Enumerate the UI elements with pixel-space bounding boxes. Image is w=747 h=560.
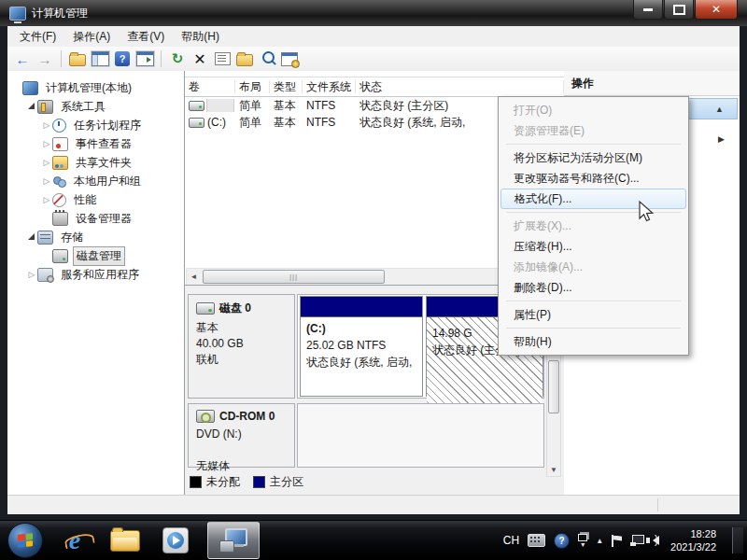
maximize-button[interactable] xyxy=(664,0,694,20)
action-center-flag-icon[interactable] xyxy=(612,535,622,547)
menu-item-更改驱动器号和路径(C)...[interactable]: 更改驱动器号和路径(C)... xyxy=(500,168,686,189)
tree-item-性能[interactable]: ▷性能 xyxy=(7,190,184,209)
console-settings-button[interactable] xyxy=(280,49,299,68)
menubar-item[interactable]: 查看(V) xyxy=(119,26,173,48)
device-icon xyxy=(52,212,68,226)
partition-line: 状态良好 (系统, 启动, xyxy=(306,354,422,371)
tree-item-设备管理器[interactable]: 设备管理器 xyxy=(7,209,184,228)
action-pane-toggle[interactable] xyxy=(135,49,154,68)
menu-item-压缩卷(H)...[interactable]: 压缩卷(H)... xyxy=(500,236,686,257)
menu-item-格式化(F)...[interactable]: 格式化(F)... xyxy=(500,189,686,209)
collapse-icon[interactable]: ▲ xyxy=(715,105,724,114)
volume-type: 基本 xyxy=(270,115,303,131)
back-button[interactable]: ← xyxy=(13,49,32,68)
collapse-arrow-icon[interactable]: ▷ xyxy=(41,176,52,186)
properties-button[interactable] xyxy=(213,49,232,68)
column-header-布局[interactable]: 布局 xyxy=(235,80,270,93)
find-button[interactable] xyxy=(258,49,276,68)
legend-label: 未分配 xyxy=(206,474,240,490)
tree-item-系统工具[interactable]: 系统工具 xyxy=(7,97,184,116)
collapse-arrow-icon[interactable]: ▷ xyxy=(41,158,52,167)
column-header-卷[interactable]: 卷 xyxy=(185,80,235,93)
expand-arrow-icon[interactable] xyxy=(28,103,35,109)
menu-separator xyxy=(506,301,681,301)
menubar-item[interactable]: 操作(A) xyxy=(64,26,119,48)
column-header-状态[interactable]: 状态 xyxy=(356,80,564,93)
scroll-left-icon[interactable]: ◄ xyxy=(187,270,201,284)
network-icon[interactable] xyxy=(630,535,644,546)
volume-type: 基本 xyxy=(270,98,303,114)
menu-item-属性(P)[interactable]: 属性(P) xyxy=(500,304,686,325)
collapse-arrow-icon[interactable]: ▷ xyxy=(41,195,52,204)
volume-fs: NTFS xyxy=(303,116,356,129)
column-header-类型[interactable]: 类型 xyxy=(270,80,303,93)
tree-item-事件查看器[interactable]: ▷事件查看器 xyxy=(7,134,184,153)
menubar-item[interactable]: 帮助(H) xyxy=(173,26,228,48)
windows-logo-icon xyxy=(18,533,33,548)
tree-item-任务计划程序[interactable]: ▷任务计划程序 xyxy=(7,116,184,134)
folder-up-button[interactable] xyxy=(68,49,87,68)
computer-icon xyxy=(22,81,38,95)
tree-item-label: 本地用户和组 xyxy=(71,173,144,190)
legend-swatch xyxy=(253,476,265,488)
keyboard-icon[interactable] xyxy=(528,534,545,547)
tree-item-共享文件夹[interactable]: ▷共享文件夹 xyxy=(7,153,184,172)
collapse-arrow-icon[interactable]: ▷ xyxy=(41,139,52,148)
console-tree-toggle[interactable] xyxy=(91,49,109,68)
partition-name: (C:) xyxy=(306,320,422,337)
legend-label: 主分区 xyxy=(270,474,303,490)
taskbar-computer-management-button[interactable] xyxy=(207,522,260,559)
find-icon xyxy=(262,51,275,63)
ime-help-icon[interactable]: ? xyxy=(554,533,570,549)
disk0-info-line: 40.00 GB xyxy=(196,336,294,352)
cdrom-media-strip[interactable] xyxy=(297,403,544,468)
menu-item-帮助(H)[interactable]: 帮助(H) xyxy=(500,331,686,352)
delete-button[interactable]: ✕ xyxy=(190,49,209,68)
ime-window-icon[interactable]: ▾ xyxy=(578,534,587,548)
collapse-arrow-icon[interactable]: ▷ xyxy=(26,270,37,279)
clock[interactable]: 18:28 2021/3/22 xyxy=(670,527,716,553)
menubar-item[interactable]: 文件(F) xyxy=(11,26,64,48)
tree-item-磁盘管理[interactable]: 磁盘管理 xyxy=(7,246,184,265)
console-settings-icon xyxy=(281,52,298,66)
close-button[interactable]: ✕ xyxy=(695,0,738,20)
tray-time: 18:28 xyxy=(670,527,716,540)
show-desktop-button[interactable] xyxy=(732,527,743,553)
tree-item-计算机管理(本地)[interactable]: 计算机管理(本地) xyxy=(7,78,184,97)
disk0-label[interactable]: 磁盘 0 基本40.00 GB联机 xyxy=(188,294,295,399)
partition-(C:)[interactable]: (C:)25.02 GB NTFS状态良好 (系统, 启动, xyxy=(300,296,423,397)
show-hidden-icons[interactable]: ▲ xyxy=(596,537,603,545)
column-header-文件系统[interactable]: 文件系统 xyxy=(303,80,356,93)
refresh-button[interactable]: ↻ xyxy=(168,49,187,68)
scheduler-icon xyxy=(52,119,66,133)
forward-button[interactable]: → xyxy=(35,49,54,68)
services-icon xyxy=(37,268,53,282)
volume-icon[interactable] xyxy=(653,536,659,545)
taskbar-ie-button[interactable]: e xyxy=(56,523,93,558)
disk0-info-line: 基本 xyxy=(196,320,294,336)
expand-arrow-icon[interactable] xyxy=(28,233,35,240)
tree-item-服务和应用程序[interactable]: ▷服务和应用程序 xyxy=(7,265,184,284)
scroll-down-icon[interactable]: ▼ xyxy=(547,463,560,476)
collapse-arrow-icon[interactable]: ▷ xyxy=(41,120,52,130)
titlebar[interactable]: 计算机管理 ✕ xyxy=(0,0,747,26)
tree-item-存储[interactable]: 存储 xyxy=(7,228,184,246)
volume-list-header: 卷布局类型文件系统状态 xyxy=(185,77,564,97)
volume-fs: NTFS xyxy=(303,99,356,112)
scrollbar-thumb[interactable] xyxy=(548,360,559,413)
menu-item-将分区标记为活动分区(M)[interactable]: 将分区标记为活动分区(M) xyxy=(500,147,686,168)
start-button[interactable] xyxy=(7,523,43,558)
tree-item-本地用户和组[interactable]: ▷本地用户和组 xyxy=(7,172,184,190)
menu-item-删除卷(D)...[interactable]: 删除卷(D)... xyxy=(500,277,686,298)
language-indicator[interactable]: CH xyxy=(503,534,519,547)
minimize-button[interactable] xyxy=(633,0,663,20)
toolbar-separator xyxy=(161,50,162,67)
system-tray: CH ? ▾ ▲ 18:28 2021/3/22 xyxy=(503,527,747,553)
scrollbar-thumb[interactable]: ||| xyxy=(203,270,385,284)
tree-item-label: 任务计划程序 xyxy=(71,117,144,134)
help-button[interactable]: ? xyxy=(113,49,132,68)
cdrom-label[interactable]: CD-ROM 0 DVD (N:)无媒体 xyxy=(188,403,295,468)
taskbar-media-player-button[interactable] xyxy=(157,523,194,558)
open-button[interactable] xyxy=(235,49,254,68)
taskbar-explorer-button[interactable] xyxy=(106,523,144,558)
